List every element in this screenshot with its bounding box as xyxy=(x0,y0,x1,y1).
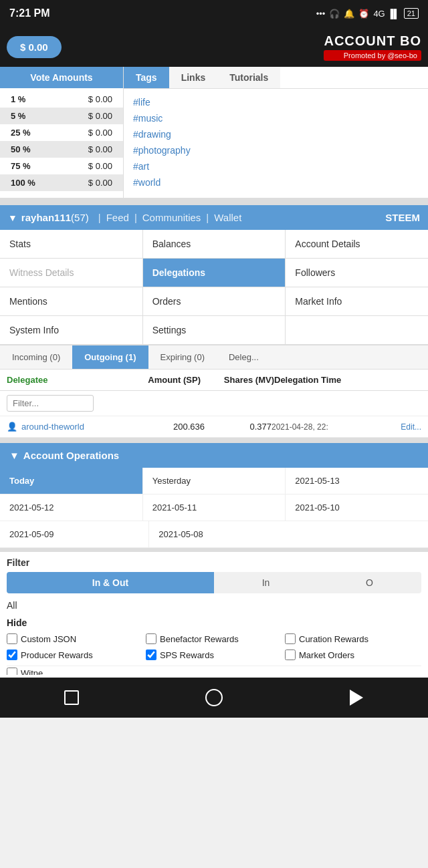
bottom-nav xyxy=(0,678,428,718)
grid-mentions[interactable]: Mentions xyxy=(0,287,143,315)
tag-art[interactable]: #art xyxy=(133,158,419,174)
grid-stats[interactable]: Stats xyxy=(0,230,143,258)
partial-checkbox-label: Witne... xyxy=(21,668,50,676)
tab-outgoing[interactable]: Outgoing (1) xyxy=(72,345,148,369)
ops-date-may10[interactable]: 2021-05-10 xyxy=(286,494,428,521)
status-bar: 7:21 PM ••• 🎧 🔔 ⏰ 4G ▐▌ 21 xyxy=(0,0,428,27)
hide-label: Hide xyxy=(7,617,421,628)
tab-links[interactable]: Links xyxy=(169,67,218,88)
grid-balances[interactable]: Balances xyxy=(143,230,286,258)
nav-bar: ▼ rayhan111 (57) | Feed | Communities | … xyxy=(0,205,428,230)
vote-row-6: 100 % $ 0.00 xyxy=(0,174,123,191)
tags-tabs-row: Tags Links Tutorials xyxy=(124,67,428,89)
tag-photography[interactable]: #photography xyxy=(133,142,419,158)
tab-incoming[interactable]: Incoming (0) xyxy=(0,345,72,369)
nav-divider-1: | xyxy=(98,212,101,223)
checkbox-curation-rewards-input[interactable] xyxy=(285,633,296,644)
header-delegatee: Delegatee xyxy=(7,375,114,385)
vote-amounts-header: Vote Amounts xyxy=(0,67,123,88)
checkboxes-grid: Custom JSON Benefactor Rewards Curation … xyxy=(7,631,421,666)
filter-section: Filter In & Out In O All Hide Custom JSO… xyxy=(0,552,428,678)
tags-column: Tags Links Tutorials #life #music #drawi… xyxy=(124,67,428,198)
filter-input[interactable] xyxy=(7,395,94,412)
nav-steem[interactable]: STEEM xyxy=(385,212,420,223)
vote-amount-4: $ 0.00 xyxy=(88,144,112,154)
grid-system-info[interactable]: System Info xyxy=(0,316,143,344)
ops-date-may09[interactable]: 2021-05-09 xyxy=(0,521,149,547)
tag-life[interactable]: #life xyxy=(133,94,419,110)
edit-link[interactable]: Edit... xyxy=(401,422,421,432)
filter-tab-in[interactable]: In xyxy=(214,572,318,593)
filter-tab-out[interactable]: O xyxy=(318,572,421,593)
user-link[interactable]: around-theworld xyxy=(21,422,124,432)
grid-account-details[interactable]: Account Details xyxy=(286,230,428,258)
ops-today[interactable]: Today xyxy=(0,468,143,494)
cell-amount: 200.636 xyxy=(124,422,205,432)
grid-delegations[interactable]: Delegations xyxy=(143,259,286,287)
ops-row-2: 2021-05-12 2021-05-11 2021-05-10 xyxy=(0,494,428,521)
grid-settings[interactable]: Settings xyxy=(143,316,286,344)
tab-tutorials[interactable]: Tutorials xyxy=(217,67,280,88)
tab-tags[interactable]: Tags xyxy=(124,67,169,88)
checkbox-custom-json-label: Custom JSON xyxy=(21,634,76,644)
battery-icon: 21 xyxy=(404,8,419,19)
ops-row-3: 2021-05-09 2021-05-08 xyxy=(0,521,428,548)
separator-2 xyxy=(0,438,428,443)
bell-icon: 🔔 xyxy=(344,9,354,19)
tag-world[interactable]: #world xyxy=(133,174,419,190)
grid-orders[interactable]: Orders xyxy=(143,287,286,315)
circle-icon xyxy=(205,689,223,706)
ops-date-may11[interactable]: 2021-05-11 xyxy=(143,494,286,521)
grid-witness-details[interactable]: Witness Details xyxy=(0,259,143,287)
grid-market-info[interactable]: Market Info xyxy=(286,287,428,315)
partial-checkbox-input[interactable] xyxy=(7,668,17,675)
nav-username[interactable]: rayhan111 xyxy=(21,212,71,223)
checkbox-custom-json-input[interactable] xyxy=(7,633,17,644)
checkbox-producer-rewards-label: Producer Rewards xyxy=(21,650,93,660)
checkbox-benefactor-rewards: Benefactor Rewards xyxy=(146,633,282,644)
ops-yesterday[interactable]: Yesterday xyxy=(143,468,286,494)
checkbox-producer-rewards-input[interactable] xyxy=(7,649,17,660)
ops-date-may12[interactable]: 2021-05-12 xyxy=(0,494,143,521)
vote-pct-1: 1 % xyxy=(11,94,25,104)
checkbox-benefactor-rewards-input[interactable] xyxy=(146,633,156,644)
nav-divider-2: | xyxy=(134,212,137,223)
delegation-table: Delegatee Amount (SP) Shares (MV) Delega… xyxy=(0,370,428,438)
nav-communities[interactable]: Communities xyxy=(142,212,201,223)
ops-date-may13[interactable]: 2021-05-13 xyxy=(286,468,428,494)
filter-tab-in-out[interactable]: In & Out xyxy=(7,572,214,593)
filter-all: All xyxy=(7,597,421,613)
nav-reputation: (57) xyxy=(71,212,89,223)
ops-date-may08[interactable]: 2021-05-08 xyxy=(149,521,428,547)
nav-square-btn[interactable] xyxy=(62,688,82,708)
checkbox-curation-rewards-label: Curation Rewards xyxy=(299,634,368,644)
status-time: 7:21 PM xyxy=(9,7,49,19)
nav-back-btn[interactable] xyxy=(346,688,366,708)
signal-icon: 4G ▐▌ xyxy=(373,9,399,19)
checkbox-sps-rewards-input[interactable] xyxy=(146,649,156,660)
dot-icons: ••• xyxy=(316,9,326,19)
checkbox-sps-rewards: SPS Rewards xyxy=(146,649,282,660)
vote-row-3: 25 % $ 0.00 xyxy=(0,124,123,141)
tab-deleglog[interactable]: Deleg... xyxy=(217,345,271,369)
tag-music[interactable]: #music xyxy=(133,110,419,126)
nav-feed[interactable]: Feed xyxy=(106,212,129,223)
nav-dropdown-icon: ▼ xyxy=(8,212,17,223)
vote-row-4: 50 % $ 0.00 xyxy=(0,141,123,158)
vote-row-5: 75 % $ 0.00 xyxy=(0,158,123,174)
checkbox-market-orders-input[interactable] xyxy=(285,649,296,660)
triangle-icon xyxy=(350,690,363,706)
tag-drawing[interactable]: #drawing xyxy=(133,126,419,142)
nav-circle-btn[interactable] xyxy=(204,688,224,708)
separator-1 xyxy=(0,198,428,205)
nav-wallet[interactable]: Wallet xyxy=(214,212,241,223)
table-header: Delegatee Amount (SP) Shares (MV) Delega… xyxy=(0,370,428,391)
user-icon: 👤 xyxy=(7,422,17,432)
grid-row-3: Mentions Orders Market Info xyxy=(0,287,428,316)
tab-expiring[interactable]: Expiring (0) xyxy=(148,345,217,369)
grid-followers[interactable]: Followers xyxy=(286,259,428,287)
vote-amount-3: $ 0.00 xyxy=(88,128,112,138)
cell-shares: 0.377 xyxy=(205,422,272,432)
vote-row-2: 5 % $ 0.00 xyxy=(0,108,123,124)
headphone-icon: 🎧 xyxy=(329,9,340,19)
